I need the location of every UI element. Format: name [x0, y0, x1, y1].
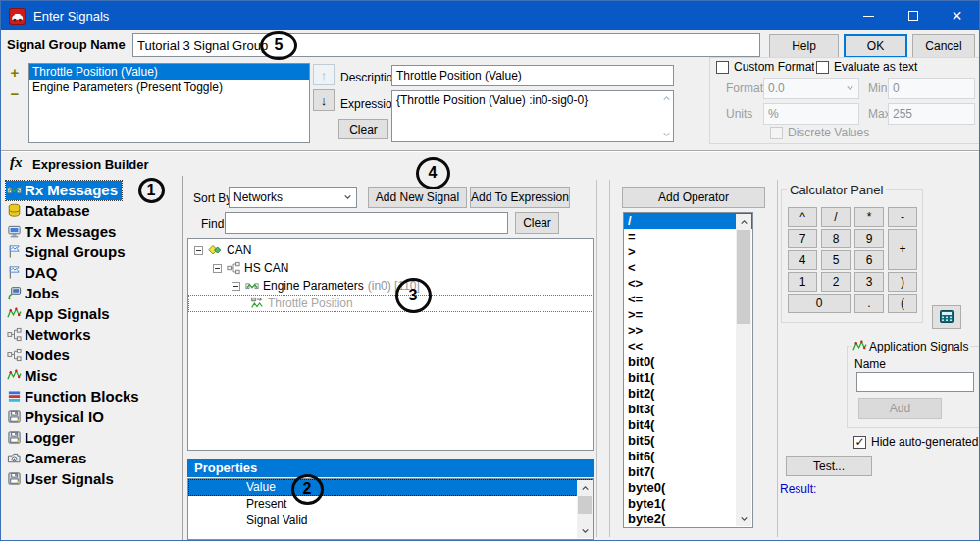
sidebar-item-nodes[interactable]: Nodes: [6, 346, 74, 365]
tree-row-engine-parameters[interactable]: Engine Parameters(in0) [110]: [188, 277, 593, 295]
hide-auto-generated-checkbox[interactable]: ✓ Hide auto-generated items: [853, 435, 980, 449]
property-item-signal-valid[interactable]: Signal Valid: [188, 513, 593, 529]
sidebar-item-database[interactable]: Database: [6, 201, 94, 221]
calc-key-8[interactable]: 8: [821, 229, 851, 248]
operator-item[interactable]: <>: [624, 276, 752, 292]
operator-list[interactable]: /=><<><=>=>><<bit0(bit1(bit2(bit3(bit4(b…: [623, 212, 753, 528]
tree-row-hs-can[interactable]: HS CAN: [188, 259, 593, 277]
sidebar-item-tx-messages[interactable]: Tx Messages: [6, 222, 120, 242]
calc-key-*[interactable]: *: [854, 207, 884, 227]
minimize-button[interactable]: [847, 1, 891, 30]
calculator-icon-button[interactable]: [932, 305, 961, 329]
operator-item[interactable]: bit5(: [624, 433, 752, 449]
scrollbar-thumb[interactable]: [737, 230, 750, 324]
min-input[interactable]: 0: [888, 78, 975, 99]
calc-key-2[interactable]: 2: [821, 272, 851, 292]
custom-format-checkbox[interactable]: Custom Format: [714, 60, 817, 74]
property-item-present[interactable]: Present: [188, 496, 593, 513]
evaluate-as-text-checkbox[interactable]: Evaluate as text: [814, 60, 919, 74]
properties-scrollbar[interactable]: [577, 480, 593, 538]
calc-key-4[interactable]: 4: [788, 250, 817, 270]
sidebar-item-rx-messages[interactable]: Rx Messages: [6, 181, 122, 200]
operator-item[interactable]: byte0(: [624, 480, 752, 496]
operator-item[interactable]: <: [624, 260, 752, 276]
operator-item[interactable]: bit1(: [624, 370, 752, 386]
add-to-expression-button[interactable]: Add To Expression: [470, 187, 570, 208]
tree-row-can[interactable]: CAN: [188, 242, 593, 259]
calc-key-7[interactable]: 7: [788, 229, 817, 248]
remove-signal-icon[interactable]: −: [7, 85, 23, 102]
add-new-signal-button[interactable]: Add New Signal: [368, 187, 467, 208]
property-item-value[interactable]: Value: [188, 479, 593, 496]
help-button[interactable]: Help: [769, 34, 839, 58]
signal-group-item-throttle-position-value[interactable]: Throttle Position (Value): [29, 64, 309, 80]
chevron-down-icon[interactable]: [736, 512, 751, 526]
sidebar-item-physical-io[interactable]: Physical IO: [6, 407, 108, 427]
sidebar-item-signal-groups[interactable]: Signal Groups: [6, 243, 129, 262]
chevron-down-icon[interactable]: [662, 131, 671, 138]
sort-by-select[interactable]: Networks: [229, 187, 357, 208]
operator-item[interactable]: bit6(: [624, 449, 752, 464]
tree-row-throttle-position[interactable]: Throttle Position: [188, 295, 593, 312]
calc-key-3[interactable]: 3: [854, 272, 884, 292]
signal-group-item-engine-parameters-present-toggle[interactable]: Engine Parameters (Present Toggle): [29, 80, 309, 95]
chevron-up-icon[interactable]: [662, 94, 671, 102]
units-input[interactable]: %: [763, 103, 859, 125]
operator-item[interactable]: bit0(: [624, 354, 752, 370]
move-down-button[interactable]: ↓: [313, 89, 335, 111]
close-button[interactable]: ×: [935, 1, 979, 30]
calc-key-0[interactable]: 0: [788, 294, 851, 313]
splitter-line[interactable]: [777, 180, 778, 537]
operator-item[interactable]: <<: [624, 339, 752, 354]
sidebar-item-misc[interactable]: Misc: [6, 366, 61, 386]
sidebar-item-jobs[interactable]: Jobs: [6, 284, 63, 303]
clear-expression-button[interactable]: Clear: [338, 119, 388, 139]
chevron-down-icon[interactable]: [577, 523, 593, 538]
splitter-line[interactable]: [609, 180, 610, 537]
application-signal-name-input[interactable]: [856, 372, 974, 392]
operator-item[interactable]: >>: [624, 323, 752, 339]
sidebar-item-daq[interactable]: DAQ: [6, 263, 61, 283]
operator-item[interactable]: <=: [624, 292, 752, 307]
calc-key-6[interactable]: 6: [854, 250, 884, 270]
operator-item[interactable]: bit7(: [624, 464, 752, 480]
calc-key-([interactable]: (: [888, 294, 917, 313]
operator-item[interactable]: bit4(: [624, 417, 752, 433]
maximize-button[interactable]: [891, 1, 935, 30]
max-input[interactable]: 255: [888, 103, 975, 125]
collapse-icon[interactable]: [213, 264, 222, 273]
operator-item[interactable]: /: [624, 213, 752, 229]
calc-key-^[interactable]: ^: [788, 207, 817, 227]
calc-key--[interactable]: -: [888, 207, 917, 227]
message-signal-tree[interactable]: CANHS CANEngine Parameters(in0) [110]Thr…: [187, 238, 594, 451]
calc-key-+[interactable]: +: [888, 229, 917, 270]
operator-item[interactable]: byte1(: [624, 496, 752, 512]
operator-scrollbar[interactable]: [736, 214, 751, 526]
add-operator-button[interactable]: Add Operator: [622, 187, 765, 208]
add-application-signal-button[interactable]: Add: [858, 398, 942, 419]
sidebar-item-app-signals[interactable]: App Signals: [6, 304, 114, 324]
move-up-button[interactable]: ↑: [313, 64, 335, 85]
sidebar-item-logger[interactable]: Logger: [6, 428, 78, 448]
signal-group-list[interactable]: Throttle Position (Value)Engine Paramete…: [28, 63, 310, 143]
sidebar-item-user-signals[interactable]: User Signals: [6, 469, 118, 489]
add-signal-icon[interactable]: +: [7, 64, 23, 81]
description-input[interactable]: Throttle Position (Value): [391, 65, 674, 86]
clear-find-button[interactable]: Clear: [515, 212, 559, 234]
ok-button[interactable]: OK: [844, 34, 907, 58]
titlebar[interactable]: Enter Signals ×: [1, 1, 979, 30]
calc-key-)[interactable]: ): [888, 272, 917, 292]
operator-item[interactable]: byte2(: [624, 512, 752, 527]
operator-item[interactable]: bit2(: [624, 386, 752, 402]
calc-key-.[interactable]: .: [854, 294, 884, 313]
operator-item[interactable]: >=: [624, 307, 752, 323]
operator-item[interactable]: bit3(: [624, 402, 752, 417]
find-input[interactable]: [225, 212, 508, 234]
format-select[interactable]: 0.0: [763, 78, 859, 99]
collapse-icon[interactable]: [232, 282, 240, 291]
chevron-up-icon[interactable]: [577, 480, 593, 495]
operator-item[interactable]: >: [624, 244, 752, 260]
cancel-button[interactable]: Cancel: [912, 34, 975, 58]
calc-key-9[interactable]: 9: [854, 229, 884, 248]
properties-list[interactable]: ValuePresentSignal Valid: [187, 478, 594, 540]
